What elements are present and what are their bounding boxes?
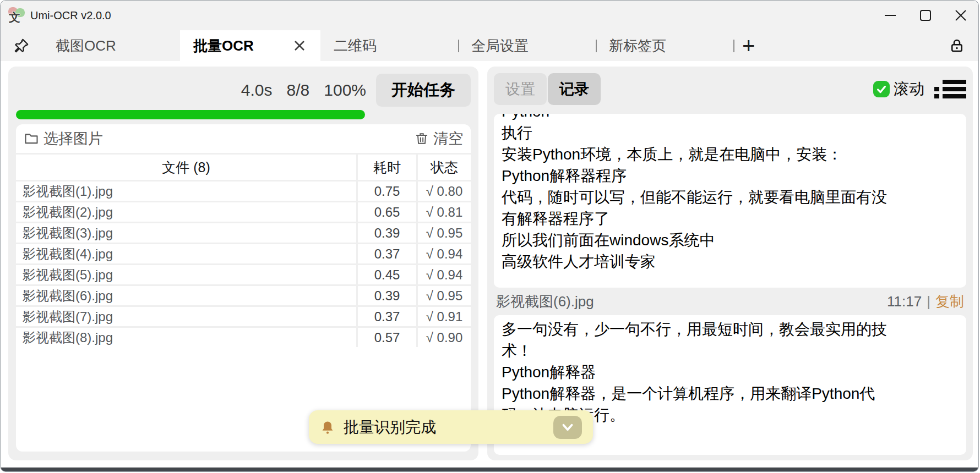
time-column-header: 耗时 — [358, 155, 416, 180]
app-window: 文 Umi-OCR v2.0.0 截图OCR 批量OCR — [0, 0, 979, 472]
cell-status: √ 0.95 — [418, 223, 471, 243]
new-tab-button[interactable]: + — [733, 30, 783, 61]
cell-status: √ 0.94 — [418, 265, 471, 284]
progress-percent: 100% — [324, 81, 366, 100]
select-images-label: 选择图片 — [43, 129, 103, 148]
text-line: 高级软件人才培训专家 — [502, 251, 959, 272]
record-time: 11:17 — [887, 293, 922, 310]
cell-status: √ 0.94 — [418, 244, 471, 263]
close-icon — [954, 9, 967, 22]
auto-scroll-toggle[interactable]: 滚动 — [873, 79, 924, 100]
result-panel: 设置 记录 滚动 Python执行安装Python环境，本质上，就是在电脑中，安… — [487, 67, 973, 460]
lock-icon — [949, 37, 965, 54]
maximize-icon — [919, 9, 932, 22]
lock-button[interactable] — [935, 30, 978, 61]
tab-records[interactable]: 记录 — [548, 73, 601, 105]
text-line: Python解释器程序 — [502, 165, 959, 186]
select-images-button[interactable]: 选择图片 — [24, 129, 103, 148]
record-menu-button[interactable] — [934, 76, 966, 102]
minimize-icon — [884, 9, 897, 22]
bell-icon — [320, 420, 335, 435]
tab-label: 截图OCR — [56, 36, 116, 56]
minimize-button[interactable] — [873, 1, 908, 30]
table-row[interactable]: 影视截图(4).jpg0.37√ 0.94 — [16, 244, 471, 263]
tab-new-page[interactable]: 新标签页 — [596, 30, 733, 61]
cell-file: 影视截图(7).jpg — [16, 307, 356, 326]
ocr-result-text-previous[interactable]: Python执行安装Python环境，本质上，就是在电脑中，安装：Python解… — [494, 114, 966, 288]
progress-bar — [16, 110, 365, 119]
cell-time: 0.37 — [358, 244, 416, 263]
copy-button[interactable]: 复制 — [935, 292, 964, 311]
notification-collapse-button[interactable] — [553, 416, 582, 439]
chevron-down-icon — [560, 420, 575, 435]
cell-time: 0.57 — [358, 328, 416, 347]
cell-time: 0.37 — [358, 307, 416, 326]
cell-time: 0.39 — [358, 223, 416, 243]
record-filename: 影视截图(6).jpg — [496, 292, 594, 311]
task-stats: 4.0s 8/8 100% — [241, 81, 366, 100]
cell-status: √ 0.81 — [418, 202, 471, 222]
tab-label: 二维码 — [334, 36, 377, 56]
clear-button[interactable]: 清空 — [415, 129, 463, 148]
pin-icon — [13, 37, 30, 54]
cell-status: √ 0.91 — [418, 307, 471, 326]
tab-batch-ocr[interactable]: 批量OCR — [180, 30, 320, 61]
table-row[interactable]: 影视截图(1).jpg0.75√ 0.80 — [16, 182, 471, 201]
table-row[interactable]: 影视截图(3).jpg0.39√ 0.95 — [16, 223, 471, 243]
text-line: Python解释器 — [502, 361, 959, 383]
notification-message: 批量识别完成 — [344, 417, 436, 438]
titlebar: 文 Umi-OCR v2.0.0 — [1, 1, 978, 30]
app-logo-icon: 文 — [8, 7, 25, 24]
notification-toast: 批量识别完成 — [309, 410, 593, 444]
file-table-body: 影视截图(1).jpg0.75√ 0.80影视截图(2).jpg0.65√ 0.… — [16, 180, 471, 347]
file-table: 文件 (8) 耗时 状态 — [16, 153, 471, 180]
status-column-header: 状态 — [418, 155, 471, 180]
meta-separator: | — [927, 293, 930, 310]
table-row[interactable]: 影视截图(5).jpg0.45√ 0.94 — [16, 265, 471, 284]
cell-file: 影视截图(2).jpg — [16, 202, 356, 222]
table-row[interactable]: 影视截图(8).jpg0.57√ 0.90 — [16, 328, 471, 347]
tab-label: 批量OCR — [193, 36, 254, 56]
tab-label: 全局设置 — [471, 36, 529, 56]
text-line: 安装Python环境，本质上，就是在电脑中，安装： — [502, 144, 959, 165]
cell-time: 0.65 — [358, 202, 416, 222]
tab-screenshot-ocr[interactable]: 截图OCR — [42, 30, 180, 61]
list-icon — [934, 80, 966, 84]
start-task-button[interactable]: 开始任务 — [376, 74, 471, 107]
text-line: Python解释器，是一个计算机程序，用来翻译Python代 — [502, 383, 959, 404]
tab-global-settings[interactable]: 全局设置 — [458, 30, 596, 61]
tab-close-button[interactable] — [293, 39, 306, 52]
text-line: 多一句没有，少一句不行，用最短时间，教会最实用的技 — [502, 318, 959, 340]
tab-label: 新标签页 — [609, 36, 666, 56]
progress-fill — [16, 110, 365, 119]
pin-button[interactable] — [1, 30, 42, 61]
cell-file: 影视截图(6).jpg — [16, 286, 356, 305]
text-line: 有解释器程序了 — [502, 208, 959, 229]
table-header-row: 文件 (8) 耗时 状态 — [16, 155, 471, 180]
clear-label: 清空 — [433, 129, 463, 148]
cell-status: √ 0.95 — [418, 286, 471, 305]
text-line: 所以我们前面在windows系统中 — [502, 229, 959, 251]
table-row[interactable]: 影视截图(6).jpg0.39√ 0.95 — [16, 286, 471, 305]
tab-settings[interactable]: 设置 — [494, 73, 547, 105]
cell-time: 0.45 — [358, 265, 416, 284]
cell-file: 影视截图(1).jpg — [16, 182, 356, 201]
text-line: 代码，随时可以写，但能不能运行，就要看电脑里面有没 — [502, 186, 959, 208]
scroll-label: 滚动 — [894, 79, 924, 100]
cell-status: √ 0.90 — [418, 328, 471, 347]
text-line: 术！ — [502, 340, 959, 361]
batch-task-panel: 4.0s 8/8 100% 开始任务 选择图片 清空 — [8, 67, 478, 460]
cell-file: 影视截图(5).jpg — [16, 265, 356, 284]
trash-icon — [415, 131, 429, 146]
text-line: Python — [502, 114, 959, 122]
plus-icon: + — [742, 34, 755, 58]
tab-qrcode[interactable]: 二维码 — [320, 30, 458, 61]
table-row[interactable]: 影视截图(7).jpg0.37√ 0.91 — [16, 307, 471, 326]
elapsed-time: 4.0s — [241, 81, 273, 100]
maximize-button[interactable] — [908, 1, 943, 30]
folder-icon — [24, 131, 39, 146]
cell-time: 0.39 — [358, 286, 416, 305]
table-row[interactable]: 影视截图(2).jpg0.65√ 0.81 — [16, 202, 471, 222]
text-line: 执行 — [502, 122, 959, 144]
close-button[interactable] — [943, 1, 978, 30]
